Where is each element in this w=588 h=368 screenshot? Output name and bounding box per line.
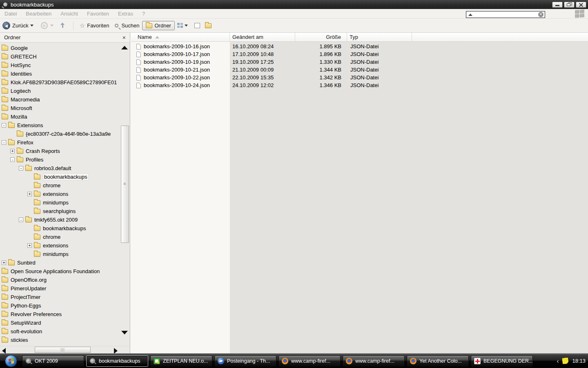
tree-item[interactable]: -tmkfy655.okt 2009 — [0, 215, 130, 224]
folder-icon — [2, 338, 8, 343]
tray-expand-icon[interactable]: ‹ — [557, 357, 559, 364]
expand-icon[interactable]: + — [27, 192, 32, 196]
table-row[interactable]: bookmarks-2009-10-21.json21.10.2009 00:0… — [131, 66, 588, 74]
expand-icon[interactable]: + — [10, 149, 15, 153]
forward-dropdown-icon[interactable] — [50, 25, 53, 27]
table-row[interactable]: bookmarks-2009-10-17.json17.10.2009 10:4… — [131, 50, 588, 58]
close-button[interactable] — [576, 2, 586, 8]
task-label: Posteingang - Th... — [227, 358, 270, 364]
table-row[interactable]: bookmarks-2009-10-16.json16.10.2009 08:2… — [131, 43, 588, 50]
taskbar-task[interactable]: Yet Another Colo... — [407, 355, 469, 367]
tree-item[interactable]: Open Source Applications Foundation — [0, 267, 130, 276]
column-header-name[interactable]: Name — [131, 33, 230, 41]
tree-item[interactable]: bookmarkbackups — [0, 224, 130, 233]
tree-item[interactable]: Macromedia — [0, 95, 130, 104]
file-name-cell: bookmarks-2009-10-24.json — [131, 82, 230, 88]
tree-item[interactable]: minidumps — [0, 198, 130, 207]
taskbar-task[interactable]: www.camp-firef... — [343, 355, 405, 367]
horizontal-scrollbar-thumb[interactable]: ||| — [35, 347, 91, 353]
menu-extras[interactable]: Extras — [114, 11, 138, 17]
tree-item[interactable]: GRETECH — [0, 52, 130, 61]
scroll-left-icon[interactable] — [2, 348, 6, 354]
tree-item[interactable]: soft-evolution — [0, 327, 130, 336]
tree-item[interactable]: Revolver Preferences — [0, 310, 130, 319]
tree-item[interactable]: -Extensions — [0, 121, 130, 130]
taskbar-task[interactable]: OKT 2009 — [22, 355, 84, 367]
menu-bearbeiten[interactable]: Bearbeiten — [21, 11, 56, 17]
start-button[interactable] — [5, 355, 17, 367]
folder-up-button[interactable] — [205, 23, 212, 28]
menu-favoriten[interactable]: Favoriten — [82, 11, 114, 17]
up-button[interactable] — [59, 22, 66, 29]
column-header-date[interactable]: Geändert am — [230, 33, 295, 41]
back-button[interactable]: Zurück — [2, 22, 35, 29]
file-size-cell: 1.342 KB — [295, 74, 347, 81]
views-button[interactable] — [177, 23, 183, 28]
back-dropdown-icon[interactable] — [30, 25, 33, 27]
sticky-note-tray-icon[interactable] — [562, 357, 569, 364]
search-button[interactable]: Suchen — [112, 21, 142, 30]
tree-item[interactable]: OpenOffice.org — [0, 276, 130, 284]
views-dropdown-icon[interactable] — [185, 25, 188, 27]
table-row[interactable]: bookmarks-2009-10-24.json24.10.2009 12:0… — [131, 81, 588, 89]
tree-item[interactable]: -Profiles — [0, 155, 130, 164]
taskbar-task[interactable]: BEGEGNUNG DER... — [471, 355, 533, 367]
expand-icon[interactable]: + — [2, 260, 6, 265]
taskbar-task[interactable]: ZEITPLAN NEU.o... — [150, 355, 212, 367]
tree-item[interactable]: minidumps — [0, 250, 130, 258]
favorites-button[interactable]: ☆ Favoriten — [77, 20, 112, 31]
menu-datei[interactable]: Datei — [0, 11, 21, 17]
collapse-icon[interactable]: - — [19, 166, 23, 171]
sidebar-close-icon[interactable]: × — [122, 35, 126, 40]
tree-item[interactable]: chrome — [0, 233, 130, 241]
column-header-type[interactable]: Typ — [347, 33, 412, 41]
tree-item[interactable]: stickies — [0, 336, 130, 344]
tree-item[interactable]: PimeroUpdater — [0, 284, 130, 293]
tree-item[interactable]: Logitech — [0, 87, 130, 95]
tree-item[interactable]: bookmarkbackups — [0, 173, 130, 181]
tree-item[interactable]: -Firefox — [0, 138, 130, 147]
tree-item[interactable]: Google — [0, 44, 130, 52]
tree-item[interactable]: HotSync — [0, 61, 130, 70]
filter-input[interactable]: ✕ — [466, 11, 545, 18]
table-row[interactable]: bookmarks-2009-10-19.json19.10.2009 17:2… — [131, 58, 588, 66]
horizontal-scrollbar[interactable]: ||| — [0, 346, 130, 353]
table-row[interactable]: bookmarks-2009-10-22.json22.10.2009 15:3… — [131, 74, 588, 81]
taskbar-task[interactable]: Posteingang - Th... — [214, 355, 276, 367]
tree-item[interactable]: -robrloo3.default — [0, 164, 130, 173]
tree-item[interactable]: SetupWizard — [0, 319, 130, 327]
filter-clear-icon[interactable]: ✕ — [538, 12, 543, 17]
scroll-up-icon[interactable] — [121, 46, 128, 49]
tree-item[interactable]: +extensions — [0, 241, 130, 250]
tree-item[interactable]: Python-Eggs — [0, 301, 130, 310]
scroll-down-icon[interactable] — [121, 331, 128, 334]
minimize-button[interactable] — [552, 2, 563, 8]
tree-item[interactable]: Microsoft — [0, 104, 130, 112]
new-window-button[interactable] — [194, 23, 200, 28]
vertical-scrollbar-thumb[interactable] — [121, 126, 129, 243]
tree-item[interactable]: +extensions — [0, 190, 130, 198]
restore-button[interactable] — [564, 2, 575, 8]
tree-item[interactable]: Identities — [0, 70, 130, 78]
collapse-icon[interactable]: - — [10, 157, 15, 162]
expand-icon[interactable]: + — [27, 243, 32, 248]
collapse-icon[interactable]: - — [19, 218, 23, 222]
forward-button[interactable] — [41, 22, 48, 29]
folders-button[interactable]: Ordner — [142, 21, 174, 30]
column-header-size[interactable]: Größe — [295, 33, 347, 41]
taskbar-task[interactable]: www.camp-firef... — [278, 355, 341, 367]
taskbar-task[interactable]: bookmarkbackups — [86, 355, 148, 367]
collapse-icon[interactable]: - — [2, 140, 6, 145]
tree-item[interactable]: searchplugins — [0, 207, 130, 215]
menu-ansicht[interactable]: Ansicht — [56, 11, 82, 17]
scroll-right-icon[interactable] — [114, 348, 118, 354]
menu-hilfe[interactable]: ? — [138, 11, 149, 17]
tree-item[interactable]: Klok.AF6B2973D903BFAE0589C27890FE01 — [0, 78, 130, 87]
collapse-icon[interactable]: - — [2, 123, 6, 128]
tree-item[interactable]: +Crash Reports — [0, 147, 130, 155]
tree-item[interactable]: chrome — [0, 181, 130, 190]
tree-item[interactable]: Mozilla — [0, 112, 130, 121]
tree-item[interactable]: +Sunbird — [0, 258, 130, 267]
tree-item[interactable]: {ec8030f7-c20a-464f-9b0e-13a3a9e — [0, 130, 130, 138]
tree-item[interactable]: ProjectTimer — [0, 293, 130, 301]
